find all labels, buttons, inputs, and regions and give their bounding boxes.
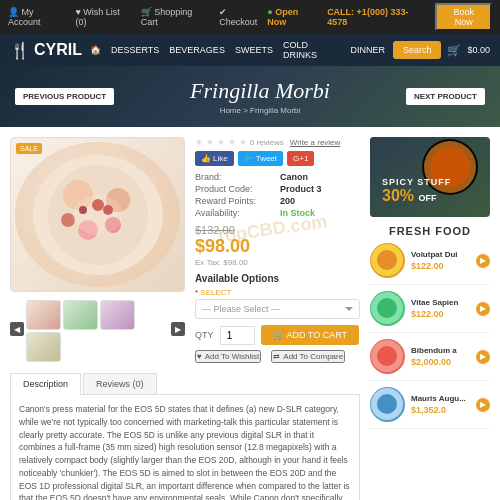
price-new: $98.00 [195,236,360,257]
nav-sweets[interactable]: SWEETS [235,45,273,55]
reward-points-row: Reward Points: 200 [195,196,360,206]
food-arrow-4[interactable]: ▶ [476,398,490,412]
next-product-button[interactable]: NEXT PRODUCT [406,88,485,105]
food-price-3: $2,000.00 [411,357,470,367]
star-3: ★ [217,137,225,147]
star-5: ★ [239,137,247,147]
thumbnail-1[interactable] [26,300,61,330]
food-arrow-3[interactable]: ▶ [476,350,490,364]
thumbnail-3[interactable] [100,300,135,330]
food-price-4: $1,352.0 [411,405,470,415]
thumbnail-4[interactable] [26,332,61,362]
tab-description[interactable]: Description [10,373,81,395]
write-review-link[interactable]: Write a review [290,138,341,147]
shopping-cart-link[interactable]: 🛒 Shopping Cart [141,7,211,27]
food-name-4: Mauris Augu... [411,394,470,404]
product-tabs: Description Reviews (0) [10,373,360,395]
brand-row: Brand: Canon [195,172,360,182]
thumb-prev-arrow[interactable]: ◀ [10,322,24,336]
fresh-food-title: FRESH FOOD [370,225,490,237]
availability-row: Availability: In Stock [195,208,360,218]
food-arrow-2[interactable]: ▶ [476,302,490,316]
nav-dinner[interactable]: DINNER [350,45,385,55]
open-status: ● Open Now [267,7,319,27]
google-plus-button[interactable]: G+1 [287,151,314,166]
food-img-1 [370,243,405,278]
promo-text: SPICY STUFF [382,177,451,187]
nav-home[interactable]: 🏠 [90,45,101,55]
wish-list-link[interactable]: ♥ Wish List (0) [75,7,132,27]
ex-tax: Ex Tax: $98.00 [195,258,360,267]
availability-value: In Stock [280,208,315,218]
reward-value: 200 [280,196,295,206]
product-info-table: Brand: Canon Product Code: Product 3 Rew… [195,172,360,218]
top-bar-right: ● Open Now CALL: +1(000) 333-4578 Book N… [267,3,492,31]
brand-value: Canon [280,172,308,182]
star-4: ★ [228,137,236,147]
food-price-2: $122.00 [411,309,470,319]
prev-product-button[interactable]: PREVIOUS PRODUCT [15,88,114,105]
logo-icon: 🍴 [10,41,30,60]
thumb-next-arrow[interactable]: ▶ [171,322,185,336]
star-2: ★ [206,137,214,147]
product-image-inner [15,142,180,287]
tab-content-description: Canon's press material for the EOS 5D st… [10,395,360,500]
wishlist-label: Add To Wishlist [205,352,260,361]
search-button[interactable]: Search [393,41,442,59]
svg-point-6 [61,213,75,227]
product-image-area: SALE [10,137,185,363]
reviews-count: 0 reviews [250,138,284,147]
facebook-like-button[interactable]: 👍 Like [195,151,234,166]
social-buttons: 👍 Like 🐦 Tweet G+1 [195,151,360,166]
product-top: SALE [10,137,360,363]
product-image-svg [28,150,168,280]
checkout-link[interactable]: ✔ Checkout [219,7,267,27]
food-info-4: Mauris Augu... $1,352.0 [411,394,470,414]
nav-beverages[interactable]: BEVERAGES [169,45,225,55]
svg-point-22 [377,394,397,414]
header-cart-total: $0.00 [467,45,490,55]
food-item-1: Volutpat Dui $122.00 ▶ [370,243,490,285]
my-account-link[interactable]: 👤 My Account [8,7,67,27]
food-arrow-1[interactable]: ▶ [476,254,490,268]
brand-label: Brand: [195,172,275,182]
qty-label: QTY [195,330,214,340]
add-cart-label: ADD TO CART [287,330,348,340]
promo-discount: 30% OFF [382,187,451,205]
main-content: SALE [0,127,500,500]
food-info-2: Vitae Sapien $122.00 [411,298,470,318]
nav-cold-drinks[interactable]: COLD DRINKS [283,40,341,60]
logo[interactable]: 🍴 CYRIL [10,41,82,60]
breadcrumb: Home > Fringilla Morbi [114,106,406,115]
book-now-button[interactable]: Book Now [435,3,492,31]
promo-banner: SPICY STUFF 30% OFF [370,137,490,217]
thumbnail-2[interactable] [63,300,98,330]
add-to-compare-button[interactable]: ⇄ Add To Compare [271,350,345,363]
food-name-3: Bibendum a [411,346,470,356]
thumbnail-list [26,300,169,362]
quantity-input[interactable] [220,326,255,345]
qty-cart-area: QTY 🛒 ADD TO CART [195,325,360,345]
svg-point-20 [377,346,397,366]
main-product-image: SALE [10,137,185,292]
product-code-value: Product 3 [280,184,322,194]
product-details: ★ ★ ★ ★ ★ 0 reviews Write a review 👍 Lik… [195,137,360,363]
twitter-tweet-button[interactable]: 🐦 Tweet [238,151,283,166]
wishlist-icon: ♥ [197,352,202,361]
food-img-3 [370,339,405,374]
add-to-cart-button[interactable]: 🛒 ADD TO CART [261,325,360,345]
logo-text: CYRIL [34,41,82,59]
product-select[interactable]: --- Please Select --- [195,299,360,319]
food-item-4: Mauris Augu... $1,352.0 ▶ [370,387,490,429]
svg-point-18 [377,298,397,318]
tab-reviews[interactable]: Reviews (0) [83,373,157,394]
compare-icon: ⇄ [273,352,280,361]
top-bar-left: 👤 My Account ♥ Wish List (0) 🛒 Shopping … [8,7,267,27]
product-options: Available Options * SELECT --- Please Se… [195,273,360,319]
add-to-wishlist-button[interactable]: ♥ Add To Wishlist [195,350,261,363]
hero-title: Fringilla Morbi [114,78,406,104]
header-cart-icon: 🛒 [447,44,461,57]
food-thumb-1 [370,243,405,278]
nav-desserts[interactable]: DESSERTS [111,45,159,55]
main-header: 🍴 CYRIL 🏠 DESSERTS BEVERAGES SWEETS COLD… [0,34,500,66]
